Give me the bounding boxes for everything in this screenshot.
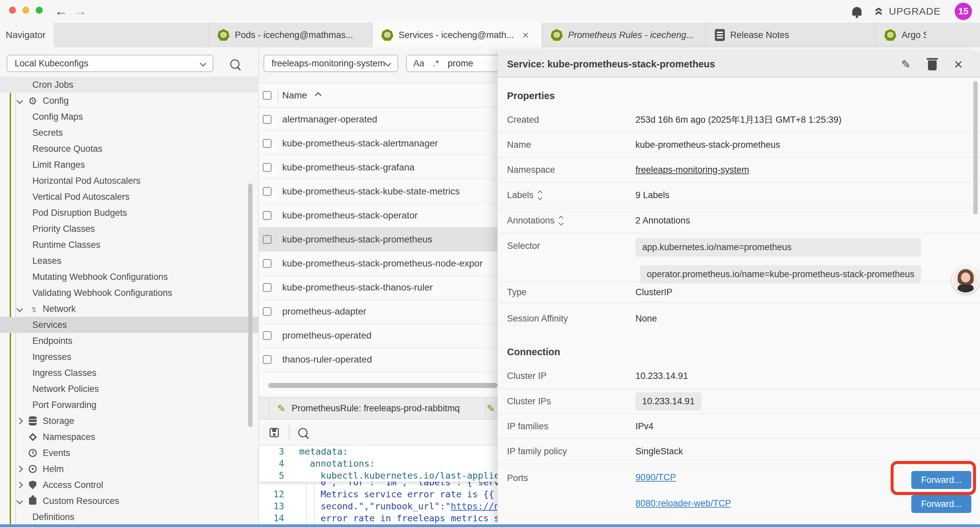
sidebar-item-port-forwarding[interactable]: Port Forwarding xyxy=(0,397,259,413)
navigator-panel-tab[interactable]: Navigator xyxy=(0,23,54,47)
notifications-bell-icon[interactable] xyxy=(852,7,862,16)
close-tab-icon[interactable]: × xyxy=(523,29,529,41)
sidebar-item-leases[interactable]: Leases xyxy=(0,253,259,269)
table-row[interactable]: kube-prometheus-stack-grafana xyxy=(259,155,498,180)
row-checkbox[interactable] xyxy=(263,139,272,148)
sidebar-group-config[interactable]: ⚙Config xyxy=(0,93,259,109)
service-search-input[interactable]: Aa .* prome xyxy=(406,55,506,72)
traffic-light-close[interactable] xyxy=(9,7,16,14)
chevron-down-icon[interactable] xyxy=(16,97,23,104)
sidebar-item-config-maps[interactable]: Config Maps xyxy=(0,109,259,125)
sidebar-item-namespaces[interactable]: Namespaces xyxy=(0,429,259,445)
expand-collapse-icon[interactable] xyxy=(559,217,563,225)
notification-count-badge[interactable]: 15 xyxy=(955,3,972,20)
table-row-selected[interactable]: kube-prometheus-stack-prometheus xyxy=(259,228,498,252)
sidebar-item-priority-classes[interactable]: Priority Classes xyxy=(0,221,259,237)
traffic-light-minimize[interactable] xyxy=(22,7,29,14)
sidebar-item-events[interactable]: Events xyxy=(0,445,259,461)
sidebar-group-custom-resources[interactable]: Custom Resources xyxy=(0,493,259,509)
table-row[interactable]: prometheus-operated xyxy=(259,323,498,347)
sort-ascending-icon[interactable] xyxy=(315,92,321,99)
editor-tab-prometheusrule[interactable]: ✎ PrometheusRule: freeleaps-prod-rabbitm… xyxy=(269,397,486,419)
traffic-light-zoom[interactable] xyxy=(36,7,43,14)
expand-collapse-icon[interactable] xyxy=(538,191,542,199)
delete-icon[interactable] xyxy=(928,61,937,70)
yaml-editor[interactable]: 3metadata: 4annotations: 5kubectl.kubern… xyxy=(259,446,498,527)
editor-search-icon[interactable] xyxy=(298,428,307,437)
sidebar-item-pod-disruption-budgets[interactable]: Pod Disruption Budgets xyxy=(0,205,259,221)
close-icon[interactable]: × xyxy=(954,57,963,72)
sidebar-group-access-control[interactable]: Access Control xyxy=(0,477,259,493)
regex-toggle[interactable]: .* xyxy=(433,58,439,69)
sidebar-item-resource-quotas[interactable]: Resource Quotas xyxy=(0,141,259,157)
chevron-down-icon[interactable] xyxy=(16,498,23,504)
tab-release-notes[interactable]: Release Notes xyxy=(706,23,876,47)
forward-arrow-icon[interactable]: → xyxy=(74,5,87,18)
navigator-scrollbar[interactable] xyxy=(248,183,253,427)
kubeconfig-selector[interactable]: Local Kubeconfigs xyxy=(7,55,213,72)
details-scrollbar[interactable] xyxy=(973,81,978,215)
sidebar-group-network[interactable]: ↑↓Network xyxy=(0,301,259,317)
sidebar-item-endpoints[interactable]: Endpoints xyxy=(0,333,259,349)
back-arrow-icon[interactable]: ← xyxy=(55,5,67,18)
table-row[interactable]: thanos-ruler-operated xyxy=(259,347,498,372)
tab-services[interactable]: ☸ Services - icecheng@math... × xyxy=(372,23,542,47)
tab-prometheus-rules[interactable]: ☸ Prometheus Rules - icecheng... xyxy=(542,23,706,47)
row-checkbox[interactable] xyxy=(263,259,272,268)
tab-pods[interactable]: ☸ Pods - icecheng@mathmas... xyxy=(208,23,372,47)
namespace-link[interactable]: freeleaps-monitoring-system xyxy=(635,165,749,175)
chevron-down-icon[interactable] xyxy=(16,306,23,312)
forward-button[interactable]: Forward... xyxy=(911,495,971,513)
editor-tab-partial[interactable]: ✎ xyxy=(487,397,498,419)
tab-label: Release Notes xyxy=(730,30,789,40)
sidebar-item-secrets[interactable]: Secrets xyxy=(0,125,259,141)
horizontal-scrollbar[interactable] xyxy=(268,383,498,388)
row-checkbox[interactable] xyxy=(263,211,272,220)
chevron-right-icon[interactable] xyxy=(16,417,23,424)
table-row[interactable]: kube-prometheus-stack-alertmanager xyxy=(259,131,498,155)
row-checkbox[interactable] xyxy=(263,307,272,316)
tab-argo[interactable]: ☸ Argo Se xyxy=(876,23,926,47)
save-icon[interactable] xyxy=(269,428,279,437)
table-row[interactable]: prometheus-adapter xyxy=(259,299,498,323)
table-row[interactable]: kube-prometheus-stack-kube-state-metrics xyxy=(259,180,498,204)
sidebar-item-horizontal-pod-autoscalers[interactable]: Horizontal Pod Autoscalers xyxy=(0,173,259,189)
row-checkbox[interactable] xyxy=(263,163,272,172)
port-link-8080[interactable]: 8080:reloader-web/TCP xyxy=(635,498,731,509)
sidebar-item-runtime-classes[interactable]: Runtime Classes xyxy=(0,237,259,253)
sidebar-group-storage[interactable]: Storage xyxy=(0,413,259,429)
select-all-checkbox[interactable] xyxy=(263,91,272,100)
chevron-right-icon[interactable] xyxy=(16,482,23,488)
sidebar-item-validating-webhook-configurations[interactable]: Validating Webhook Configurations xyxy=(0,285,259,301)
sidebar-item-limit-ranges[interactable]: Limit Ranges xyxy=(0,157,259,173)
sidebar-item-vertical-pod-autoscalers[interactable]: Vertical Pod Autoscalers xyxy=(0,189,259,205)
sidebar-item-mutating-webhook-configurations[interactable]: Mutating Webhook Configurations xyxy=(0,269,259,285)
table-row[interactable]: kube-prometheus-stack-thanos-ruler xyxy=(259,275,498,299)
row-checkbox[interactable] xyxy=(263,235,272,244)
row-checkbox[interactable] xyxy=(263,355,272,364)
row-checkbox[interactable] xyxy=(263,283,272,292)
table-row[interactable]: kube-prometheus-stack-prometheus-node-ex… xyxy=(259,252,498,275)
edit-icon[interactable]: ✎ xyxy=(901,58,911,71)
row-checkbox[interactable] xyxy=(263,331,272,340)
match-case-toggle[interactable]: Aa xyxy=(413,58,424,69)
sidebar-item-cron-jobs[interactable]: Cron Jobs xyxy=(0,77,259,93)
namespace-selector[interactable]: freeleaps-monitoring-system xyxy=(264,55,398,72)
sidebar-item-definitions[interactable]: Definitions xyxy=(0,509,259,525)
toolbar-divider xyxy=(289,425,290,440)
sidebar-item-ingresses[interactable]: Ingresses xyxy=(0,349,259,365)
sidebar-group-helm[interactable]: Helm xyxy=(0,461,259,477)
sidebar-item-network-policies[interactable]: Network Policies xyxy=(0,381,259,397)
table-row[interactable]: kube-prometheus-stack-operator xyxy=(259,204,498,228)
sidebar-item-services[interactable]: Services xyxy=(0,317,259,333)
sidebar-item-ingress-classes[interactable]: Ingress Classes xyxy=(0,365,259,381)
port-link-9090[interactable]: 9090/TCP xyxy=(635,472,676,482)
row-checkbox[interactable] xyxy=(263,115,272,124)
table-row[interactable]: alertmanager-operated xyxy=(259,107,498,131)
avatar[interactable] xyxy=(952,266,979,293)
row-checkbox[interactable] xyxy=(263,187,272,196)
navigator-search-icon[interactable] xyxy=(230,59,240,69)
name-column-header[interactable]: Name xyxy=(282,90,307,101)
upgrade-button[interactable]: « UPGRADE xyxy=(876,6,941,17)
chevron-right-icon[interactable] xyxy=(16,466,23,472)
